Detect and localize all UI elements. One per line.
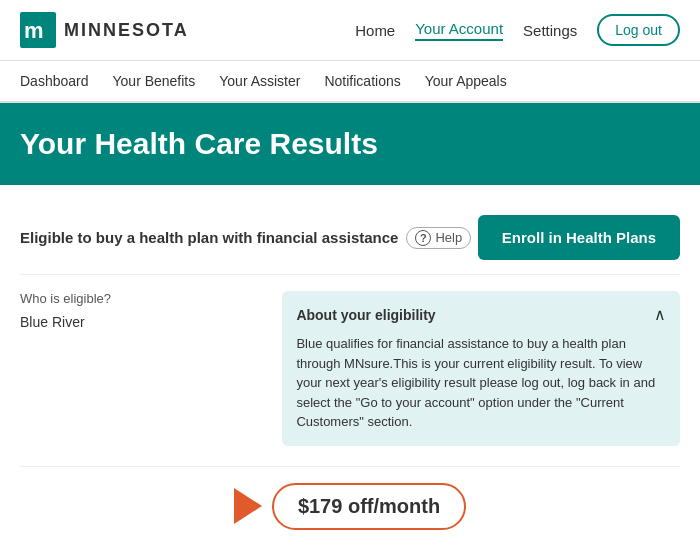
about-text: Blue qualifies for financial assistance … xyxy=(296,334,666,432)
who-eligible-section: Who is eligible? Blue River xyxy=(20,291,266,446)
header: m MINNESOTA Home Your Account Settings L… xyxy=(0,0,700,61)
subnav-notifications[interactable]: Notifications xyxy=(324,73,400,89)
subnav-dashboard[interactable]: Dashboard xyxy=(20,73,89,89)
subnav-your-appeals[interactable]: Your Appeals xyxy=(425,73,507,89)
help-label: Help xyxy=(435,230,462,245)
logout-button[interactable]: Log out xyxy=(597,14,680,46)
nav-home[interactable]: Home xyxy=(355,22,395,39)
about-header: About your eligibility ∧ xyxy=(296,305,666,324)
enroll-button[interactable]: Enroll in Health Plans xyxy=(478,215,680,260)
banner-title: Your Health Care Results xyxy=(20,127,680,161)
subnav-your-assister[interactable]: Your Assister xyxy=(219,73,300,89)
eligibility-details: Who is eligible? Blue River About your e… xyxy=(20,291,680,446)
arrow-right-icon xyxy=(234,488,262,524)
svg-text:m: m xyxy=(24,18,44,43)
nav-links: Home Your Account Settings Log out xyxy=(355,14,680,46)
mn-logo-icon: m xyxy=(20,12,56,48)
logo: m MINNESOTA xyxy=(20,12,189,48)
chevron-up-icon[interactable]: ∧ xyxy=(654,305,666,324)
who-eligible-label: Who is eligible? xyxy=(20,291,266,306)
logo-text: MINNESOTA xyxy=(64,20,189,41)
main-content: Eligible to buy a health plan with finan… xyxy=(0,185,700,555)
subnav: Dashboard Your Benefits Your Assister No… xyxy=(0,61,700,103)
nav-your-account[interactable]: Your Account xyxy=(415,20,503,41)
eligibility-row: Eligible to buy a health plan with finan… xyxy=(20,201,680,275)
eligibility-text: Eligible to buy a health plan with finan… xyxy=(20,227,471,249)
savings-amount: $179 off/month xyxy=(272,483,466,530)
about-title: About your eligibility xyxy=(296,307,435,323)
about-eligibility-box: About your eligibility ∧ Blue qualifies … xyxy=(282,291,680,446)
banner: Your Health Care Results xyxy=(0,103,700,185)
help-circle-icon: ? xyxy=(415,230,431,246)
who-eligible-name: Blue River xyxy=(20,314,266,330)
savings-row: $179 off/month xyxy=(20,466,680,546)
eligibility-label: Eligible to buy a health plan with finan… xyxy=(20,229,398,246)
subnav-your-benefits[interactable]: Your Benefits xyxy=(113,73,196,89)
nav-settings[interactable]: Settings xyxy=(523,22,577,39)
help-badge[interactable]: ? Help xyxy=(406,227,471,249)
